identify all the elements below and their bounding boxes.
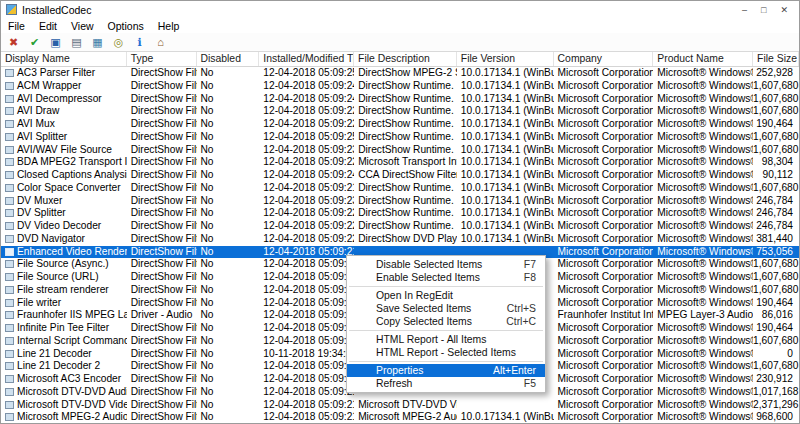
table-cell: No	[197, 207, 260, 220]
table-cell: Microsoft® Windows® ...	[653, 246, 753, 259]
context-item-disable-selected-items[interactable]: Disable Selected ItemsF7	[347, 258, 545, 271]
table-cell: Microsoft DTV-DVD Audio ...	[1, 386, 127, 399]
minimize-button[interactable]: –	[742, 5, 747, 15]
exit-icon[interactable]: ⌂	[152, 34, 169, 50]
menu-separator	[349, 361, 543, 362]
menu-options[interactable]: Options	[101, 19, 151, 33]
close-button[interactable]: ✕	[780, 5, 788, 15]
context-item-save-selected-items[interactable]: Save Selected ItemsCtrl+S	[347, 302, 545, 315]
table-row[interactable]: Closed Captions Analysis Fil...DirectSho…	[1, 169, 799, 182]
table-cell: DirectShow Filter	[127, 67, 197, 80]
table-cell: 10.0.17134.1 (WinBuild.1...	[457, 131, 554, 144]
copy-icon[interactable]: ▤	[68, 34, 85, 50]
disable-selected-icon[interactable]: ✖	[5, 34, 22, 50]
col-header-product-name[interactable]: Product Name	[653, 52, 753, 66]
regedit-icon[interactable]: ▦	[89, 34, 106, 50]
table-row[interactable]: Color Space ConverterDirectShow FilterNo…	[1, 182, 799, 195]
table-row[interactable]: DV Video DecoderDirectShow FilterNo12-04…	[1, 220, 799, 233]
table-cell: AC3 Parser Filter	[1, 67, 127, 80]
table-cell: No	[197, 297, 260, 310]
context-item-html-report-selected-items[interactable]: HTML Report - Selected Items	[347, 346, 545, 359]
save-icon[interactable]: ▣	[47, 34, 64, 50]
table-cell: 190,464	[753, 297, 799, 310]
html-report-icon[interactable]: ◎	[110, 34, 127, 50]
table-cell: DirectShow Filter	[127, 80, 197, 93]
table-cell: 10-11-2018 19:34:56	[259, 348, 354, 361]
col-header-type[interactable]: Type	[127, 52, 197, 66]
table-cell: 190,464	[753, 322, 799, 335]
menu-bar: FileEditViewOptionsHelp	[1, 18, 799, 33]
table-row[interactable]: Microsoft DTV-DVD Video D...DirectShow F…	[1, 399, 799, 412]
table-cell: Microsoft Corporation	[554, 233, 654, 246]
properties-icon[interactable]: ℹ	[131, 34, 148, 50]
codec-icon	[5, 311, 14, 319]
maximize-button[interactable]: □	[761, 5, 766, 15]
display-name-text: File Source (URL)	[17, 271, 99, 282]
col-header-file-version[interactable]: File Version	[457, 52, 554, 66]
col-header-installed-modified-time[interactable]: Installed/Modified Time	[259, 52, 354, 66]
context-item-html-report-all-items[interactable]: HTML Report - All Items	[347, 333, 545, 346]
context-item-refresh[interactable]: RefreshF5	[347, 377, 545, 390]
table-cell: Microsoft Corporation	[554, 258, 654, 271]
table-row[interactable]: AVI DrawDirectShow FilterNo12-04-2018 05…	[1, 105, 799, 118]
menu-help[interactable]: Help	[151, 19, 187, 33]
table-cell: 12-04-2018 05:09:25	[259, 67, 354, 80]
table-cell: No	[197, 258, 260, 271]
menu-file[interactable]: File	[1, 19, 32, 33]
table-row[interactable]: Microsoft MPEG-2 Audio E...DirectShow Fi…	[1, 411, 799, 424]
table-row[interactable]: AVI MuxDirectShow FilterNo12-04-2018 05:…	[1, 118, 799, 131]
table-cell: 12-04-2018 05:09:21	[259, 182, 354, 195]
table-row[interactable]: AVI SplitterDirectShow FilterNo12-04-201…	[1, 131, 799, 144]
table-cell: 10.0.17134.1 (WinBuild.1...	[457, 105, 554, 118]
table-cell: DirectShow Runtime.	[354, 118, 457, 131]
table-cell: No	[197, 195, 260, 208]
col-header-display-name[interactable]: Display Name	[1, 52, 127, 66]
context-item-enable-selected-items[interactable]: Enable Selected ItemsF8	[347, 271, 545, 284]
table-cell: Microsoft Corporation	[554, 156, 654, 169]
table-cell: 1,017,168	[753, 386, 799, 399]
table-cell: No	[197, 131, 260, 144]
table-row[interactable]: ACM WrapperDirectShow FilterNo12-04-2018…	[1, 80, 799, 93]
table-cell: Microsoft Corporation	[554, 360, 654, 373]
context-item-properties[interactable]: PropertiesAlt+Enter	[347, 364, 545, 377]
table-cell: DirectShow Filter	[127, 220, 197, 233]
context-item-copy-selected-items[interactable]: Copy Selected ItemsCtrl+C	[347, 315, 545, 328]
enable-selected-icon[interactable]: ✔	[26, 34, 43, 50]
display-name-text: Microsoft MPEG-2 Audio E...	[17, 411, 127, 422]
col-header-file-description[interactable]: File Description	[354, 52, 457, 66]
table-cell: Microsoft® Windows® ...	[653, 105, 753, 118]
display-name-text: Line 21 Decoder 2	[17, 360, 100, 371]
table-cell: Microsoft® Windows® ...	[653, 258, 753, 271]
table-row[interactable]: AC3 Parser FilterDirectShow FilterNo12-0…	[1, 67, 799, 80]
context-item-label: Open In RegEdit	[376, 289, 453, 302]
app-icon	[6, 4, 17, 15]
col-header-disabled[interactable]: Disabled	[197, 52, 260, 66]
table-cell: No	[197, 284, 260, 297]
table-cell: DirectShow Filter	[127, 284, 197, 297]
context-item-open-in-regedit[interactable]: Open In RegEdit	[347, 289, 545, 302]
col-header-company[interactable]: Company	[554, 52, 654, 66]
menu-view[interactable]: View	[64, 19, 101, 33]
table-row[interactable]: DV MuxerDirectShow FilterNo12-04-2018 05…	[1, 195, 799, 208]
table-cell: No	[197, 144, 260, 157]
table-cell: Microsoft Corporation	[554, 335, 654, 348]
table-row[interactable]: AVI/WAV File SourceDirectShow FilterNo12…	[1, 144, 799, 157]
table-cell: Microsoft DTV-DVD Video D...	[1, 399, 127, 412]
table-cell: DirectShow Runtime.	[354, 182, 457, 195]
column-header-row: Display NameTypeDisabledInstalled/Modifi…	[1, 52, 799, 67]
col-header-file-size[interactable]: File Size	[753, 52, 799, 66]
table-row[interactable]: DVD NavigatorDirectShow FilterNo12-04-20…	[1, 233, 799, 246]
table-cell: 12-04-2018 05:09:22	[259, 233, 354, 246]
table-cell: No	[197, 220, 260, 233]
table-row[interactable]: DV SplitterDirectShow FilterNo12-04-2018…	[1, 207, 799, 220]
table-row[interactable]: AVI DecompressorDirectShow FilterNo12-04…	[1, 93, 799, 106]
table-row[interactable]: BDA MPEG2 Transport Infor...DirectShow F…	[1, 156, 799, 169]
menu-edit[interactable]: Edit	[32, 19, 64, 33]
codec-icon	[5, 362, 14, 370]
table-cell: 12-04-2018 05:09:24	[259, 93, 354, 106]
table-cell: No	[197, 322, 260, 335]
table-cell: No	[197, 169, 260, 182]
table-cell: Microsoft® Windows® ...	[653, 284, 753, 297]
codec-icon	[5, 248, 14, 256]
table-cell: DirectShow DVD PlayBa...	[354, 233, 457, 246]
